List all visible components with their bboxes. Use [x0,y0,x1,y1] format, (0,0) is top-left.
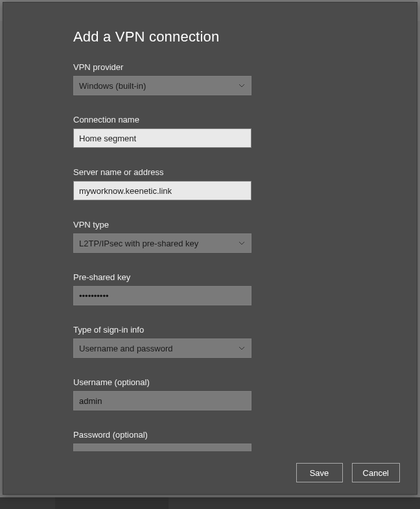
username-label: Username (optional) [73,377,352,387]
field-vpn-type: VPN type L2TP/IPsec with pre-shared key [73,220,352,253]
cancel-button[interactable]: Cancel [352,463,400,482]
preshared-key-value: •••••••••• [79,291,109,301]
field-server-address: Server name or address myworknow.keeneti… [73,167,352,200]
modal-title: Add a VPN connection [73,29,352,45]
server-address-label: Server name or address [73,167,352,177]
signin-type-select[interactable]: Username and password [73,338,251,358]
preshared-key-label: Pre-shared key [73,272,352,282]
connection-name-value: Home segment [79,134,136,143]
chevron-down-icon [238,239,246,247]
chevron-down-icon [238,344,246,352]
vpn-type-label: VPN type [73,220,352,230]
field-password: Password (optional) ••••••••••••••• [73,430,352,451]
password-value: ••••••••••••••• [79,449,123,452]
username-input[interactable]: admin [73,391,251,410]
vpn-provider-label: VPN provider [73,62,352,72]
save-button[interactable]: Save [296,463,343,482]
connection-name-input[interactable]: Home segment [73,128,251,148]
field-signin-type: Type of sign-in info Username and passwo… [73,325,352,358]
vpn-type-select[interactable]: L2TP/IPsec with pre-shared key [73,233,251,253]
connection-name-label: Connection name [73,115,352,124]
server-address-input[interactable]: myworknow.keenetic.link [73,181,251,200]
field-username: Username (optional) admin [73,377,352,410]
vpn-provider-value: Windows (built-in) [79,81,146,91]
field-vpn-provider: VPN provider Windows (built-in) [73,62,352,95]
signin-type-value: Username and password [79,344,173,353]
preshared-key-input[interactable]: •••••••••• [73,286,251,305]
field-connection-name: Connection name Home segment [73,115,352,148]
server-address-value: myworknow.keenetic.link [79,186,172,196]
username-value: admin [79,396,102,406]
password-label: Password (optional) [73,430,352,440]
password-input[interactable]: ••••••••••••••• [73,444,251,451]
add-vpn-modal: Add a VPN connection VPN provider Window… [3,2,417,495]
chevron-down-icon [238,82,246,89]
signin-type-label: Type of sign-in info [73,325,352,335]
vpn-provider-select[interactable]: Windows (built-in) [73,76,251,95]
field-preshared-key: Pre-shared key •••••••••• [73,272,352,305]
vpn-type-value: L2TP/IPsec with pre-shared key [79,239,198,248]
modal-footer: Save Cancel [3,463,417,482]
